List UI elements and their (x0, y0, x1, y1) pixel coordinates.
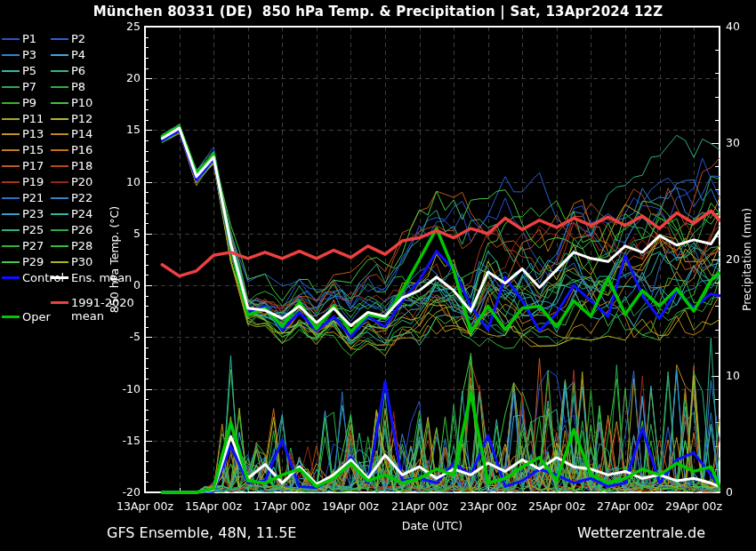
date-tick-label: 25Apr 00z (523, 499, 591, 514)
precip-tick-label: 10 (726, 369, 756, 383)
temp-tick-label: -5 (105, 330, 141, 344)
legend-label: P19 (22, 175, 44, 188)
legend-color-swatch (51, 86, 68, 88)
legend-item: P18 (51, 159, 92, 172)
legend-item: P19 (2, 175, 44, 188)
legend-item: P23 (2, 207, 44, 220)
legend-item: P2 (51, 32, 85, 44)
precip-tick-label: 0 (726, 485, 756, 499)
precip-tick-label: 20 (726, 252, 756, 267)
date-tick-label: 29Apr 00z (660, 499, 728, 514)
legend-color-swatch (51, 133, 68, 135)
legend-label: P3 (22, 48, 36, 61)
legend-color-swatch (2, 276, 20, 279)
legend-item: P24 (51, 207, 92, 220)
temp-tick-label: 15 (105, 123, 141, 137)
legend-label: 1991-2020 (71, 296, 134, 309)
legend-color-swatch (51, 54, 68, 56)
legend-item: P30 (51, 255, 92, 268)
legend-item: P14 (51, 127, 92, 140)
legend-color-swatch (2, 197, 20, 199)
legend-label: P8 (71, 80, 85, 93)
legend-item: P22 (51, 191, 92, 204)
date-tick-label: 17Apr 00z (248, 499, 316, 514)
legend-label: P6 (71, 64, 85, 77)
legend-label: P24 (71, 207, 92, 220)
legend-label: P20 (71, 175, 92, 188)
x-axis-label: Date (UTC) (343, 519, 521, 532)
legend-label: P5 (22, 64, 36, 77)
legend-label: P17 (22, 159, 44, 172)
legend-color-swatch (2, 315, 20, 318)
legend-color-swatch (51, 213, 68, 215)
legend-label: P23 (22, 207, 44, 220)
legend-label: P4 (71, 48, 85, 61)
legend-color-swatch (2, 229, 20, 231)
legend-color-swatch (51, 276, 68, 279)
legend-color-swatch (2, 181, 20, 183)
legend-color-swatch (2, 245, 20, 247)
legend-label: P22 (71, 191, 92, 204)
legend-label: P2 (71, 32, 85, 45)
legend-color-swatch (51, 245, 68, 247)
legend-label: P21 (22, 191, 44, 204)
legend-item: P11 (2, 112, 44, 124)
legend-item: P7 (2, 80, 36, 92)
date-tick-label: 15Apr 00z (180, 499, 247, 514)
temp-tick-label: -20 (105, 485, 141, 499)
legend-item: P25 (2, 223, 44, 236)
legend-color-swatch (2, 133, 20, 135)
legend-item: P3 (2, 48, 36, 60)
legend-item: P13 (2, 127, 44, 140)
precip-tick-label: 30 (726, 136, 756, 150)
legend-label: Oper (22, 310, 51, 323)
legend-color-swatch (51, 181, 68, 183)
legend-item: P17 (2, 159, 44, 172)
legend-item: P15 (2, 143, 44, 156)
temp-tick-label: -15 (105, 434, 141, 448)
legend-label: P27 (22, 239, 44, 252)
legend-item: P1 (2, 32, 36, 44)
legend-item: P29 (2, 255, 44, 268)
temp-tick-label: 0 (105, 278, 141, 292)
legend-color-swatch (2, 102, 20, 104)
legend-color-swatch (51, 149, 68, 151)
legend-color-swatch (51, 301, 68, 304)
legend-color-swatch (2, 38, 20, 40)
temp-tick-label: 5 (105, 227, 141, 241)
precip-tick-label: 40 (726, 20, 756, 34)
legend-label: P26 (71, 223, 92, 236)
legend-label: P14 (71, 127, 92, 140)
legend-item: P26 (51, 223, 92, 236)
legend-color-swatch (2, 54, 20, 56)
legend-color-swatch (51, 229, 68, 231)
legend-item: P21 (2, 191, 44, 204)
temp-tick-label: 25 (105, 20, 141, 34)
legend-item: P27 (2, 239, 44, 252)
temp-tick-label: -10 (105, 382, 141, 396)
legend-color-swatch (2, 86, 20, 88)
legend-color-swatch (51, 118, 68, 120)
legend-label: P1 (22, 32, 36, 45)
legend-label: P12 (71, 112, 92, 125)
date-tick-label: 27Apr 00z (591, 499, 659, 514)
legend-item: P5 (2, 64, 36, 76)
legend-item: P12 (51, 112, 92, 124)
legend-label: P10 (71, 96, 92, 109)
legend-label: P9 (22, 96, 36, 109)
legend-item: P8 (51, 80, 85, 92)
date-tick-label: 13Apr 00z (111, 499, 179, 514)
legend-color-swatch (51, 197, 68, 199)
legend-item: Oper (2, 310, 51, 323)
legend-color-swatch (51, 70, 68, 72)
legend-item: P10 (51, 96, 92, 108)
legend-color-swatch (51, 38, 68, 40)
legend-item: P4 (51, 48, 85, 60)
legend-color-swatch (2, 165, 20, 167)
footer-branding: Wetterzentrale.de (577, 524, 705, 541)
legend-label: P25 (22, 223, 44, 236)
legend-item: P16 (51, 143, 92, 156)
temp-tick-label: 20 (105, 71, 141, 85)
legend-color-swatch (2, 261, 20, 263)
legend-item: P9 (2, 96, 36, 108)
